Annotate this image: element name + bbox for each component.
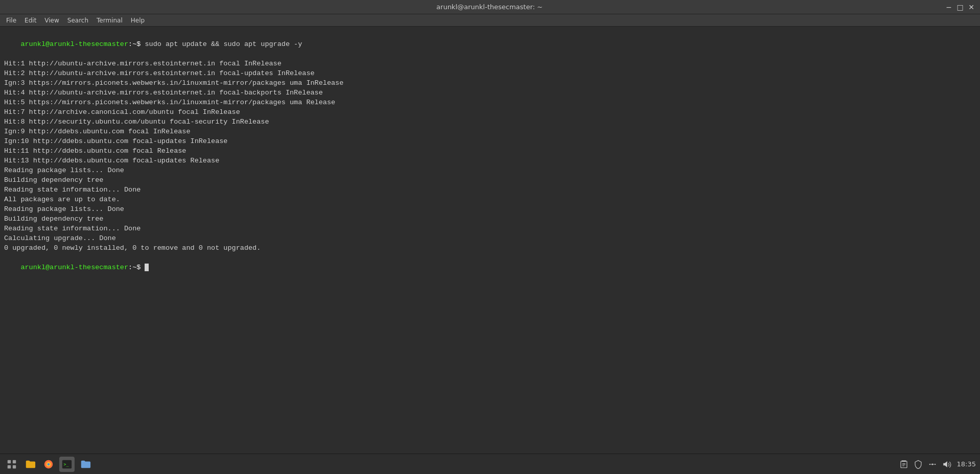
- terminal-command: sudo apt update && sudo apt upgrade -y: [145, 40, 302, 48]
- terminal-area[interactable]: arunkl@arunkl-thesecmaster:~$ sudo apt u…: [0, 27, 980, 454]
- terminal-prompt-line-2: arunkl@arunkl-thesecmaster:~$: [4, 253, 976, 282]
- svg-point-6: [48, 463, 50, 465]
- svg-rect-0: [8, 460, 11, 463]
- terminal-prompt-line: arunkl@arunkl-thesecmaster:~$ sudo apt u…: [4, 30, 976, 59]
- menu-terminal[interactable]: Terminal: [92, 16, 127, 25]
- menu-file[interactable]: File: [2, 16, 20, 25]
- apps-icon[interactable]: [4, 457, 19, 472]
- terminal-output-line: Hit:8 http://security.ubuntu.com/ubuntu …: [4, 117, 976, 127]
- terminal-output-line: Hit:5 https://mirrors.piconets.webwerks.…: [4, 98, 976, 107]
- prompt-user: arunkl@arunkl-thesecmaster: [20, 40, 128, 48]
- prompt-user-2: arunkl@arunkl-thesecmaster: [20, 264, 128, 271]
- files2-icon[interactable]: [78, 457, 93, 472]
- minimize-button[interactable]: −: [944, 3, 953, 12]
- svg-point-14: [931, 463, 933, 465]
- terminal-output-line: Calculating upgrade... Done: [4, 233, 976, 243]
- terminal-output-line: Hit:2 http://ubuntu-archive.mirrors.esto…: [4, 68, 976, 78]
- system-time: 18:35: [957, 460, 976, 468]
- menu-view[interactable]: View: [40, 16, 63, 25]
- svg-marker-19: [943, 461, 947, 467]
- system-tray: [899, 459, 952, 469]
- terminal-output-line: Ign:9 http://ddebs.ubuntu.com focal InRe…: [4, 127, 976, 136]
- menu-search[interactable]: Search: [63, 16, 92, 25]
- terminal-svg-icon: >_: [61, 459, 73, 470]
- terminal-output-line: Ign:3 https://mirrors.piconets.webwerks.…: [4, 78, 976, 88]
- firefox-svg-icon: [43, 459, 54, 470]
- terminal-cursor: [145, 264, 149, 271]
- files2-svg-icon: [80, 459, 91, 470]
- terminal-output-line: Hit:7 http://archive.canonical.com/ubunt…: [4, 107, 976, 117]
- files-icon[interactable]: [22, 457, 38, 472]
- terminal-output-line: Building dependency tree: [4, 175, 976, 185]
- terminal-output-line: Hit:4 http://ubuntu-archive.mirrors.esto…: [4, 88, 976, 98]
- taskbar-right: 18:35: [899, 459, 976, 469]
- titlebar-title: arunkl@arunkl-thesecmaster: ~: [35, 3, 944, 11]
- svg-rect-1: [13, 460, 16, 463]
- menu-help[interactable]: Help: [127, 16, 149, 25]
- terminal-taskbar-icon[interactable]: >_: [59, 457, 75, 472]
- taskbar-left: >_: [4, 457, 93, 472]
- prompt-path: :~$: [128, 40, 145, 48]
- maximize-button[interactable]: □: [955, 3, 965, 12]
- menu-edit[interactable]: Edit: [20, 16, 40, 25]
- terminal-output-line: Hit:13 http://ddebs.ubuntu.com focal-upd…: [4, 156, 976, 165]
- titlebar: arunkl@arunkl-thesecmaster: ~ − □ ✕: [0, 0, 980, 14]
- terminal-output-line: Ign:10 http://ddebs.ubuntu.com focal-upd…: [4, 136, 976, 146]
- terminal-output-line: Hit:1 http://ubuntu-archive.mirrors.esto…: [4, 59, 976, 68]
- terminal-output-line: Reading package lists... Done: [4, 165, 976, 175]
- network-tray-icon[interactable]: [927, 459, 938, 469]
- prompt-path-2: :~$: [128, 264, 145, 271]
- terminal-output-line: All packages are up to date.: [4, 195, 976, 204]
- taskbar: >_: [0, 454, 980, 474]
- terminal-output-line: Reading state information... Done: [4, 224, 976, 233]
- menubar: File Edit View Search Terminal Help: [0, 14, 980, 27]
- shield-tray-icon[interactable]: [913, 459, 923, 469]
- apps-svg-icon: [6, 459, 17, 470]
- terminal-output-line: Reading state information... Done: [4, 185, 976, 195]
- terminal-output-line: Hit:11 http://ddebs.ubuntu.com focal Rel…: [4, 146, 976, 156]
- svg-point-16: [935, 463, 936, 464]
- svg-point-15: [929, 463, 930, 464]
- window-controls: − □ ✕: [944, 3, 976, 12]
- terminal-output-line: 0 upgraded, 0 newly installed, 0 to remo…: [4, 243, 976, 253]
- terminal-output-line: Reading package lists... Done: [4, 204, 976, 214]
- terminal-output-line: Building dependency tree: [4, 214, 976, 224]
- volume-tray-icon[interactable]: [942, 459, 952, 469]
- close-button[interactable]: ✕: [967, 3, 976, 12]
- files-svg-icon: [25, 459, 36, 470]
- clipboard-tray-icon[interactable]: [899, 459, 909, 469]
- svg-rect-2: [8, 465, 11, 468]
- firefox-icon[interactable]: [41, 457, 56, 472]
- svg-rect-3: [13, 465, 16, 468]
- svg-text:>_: >_: [64, 461, 69, 466]
